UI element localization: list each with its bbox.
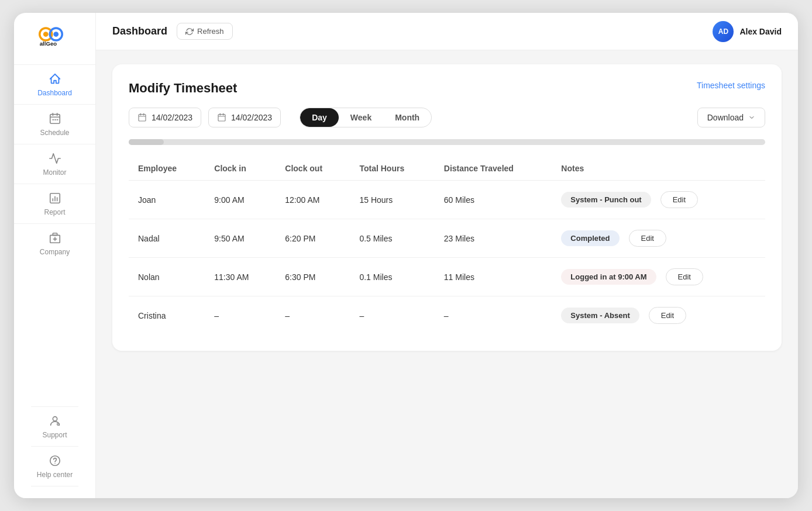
page-body: Modify Timesheet Timesheet settings 14/0… <box>96 50 798 498</box>
user-name: Alex David <box>739 27 782 36</box>
page-header: Modify Timesheet Timesheet settings <box>129 81 765 96</box>
cell-clock-in-0: 9:00 AM <box>205 181 276 219</box>
sidebar-item-schedule[interactable]: Schedule <box>14 104 95 144</box>
cell-clock-out-2: 6:30 PM <box>276 258 350 296</box>
svg-point-20 <box>53 417 57 421</box>
user-avatar: AD <box>713 21 734 42</box>
sidebar-item-schedule-label: Schedule <box>40 129 69 137</box>
cell-total-hours-1: 0.5 Miles <box>350 219 434 258</box>
svg-text:allGeo: allGeo <box>39 40 57 47</box>
sidebar-item-monitor[interactable]: Monitor <box>14 144 95 184</box>
svg-point-1 <box>43 32 48 37</box>
calendar-from-icon <box>137 113 147 122</box>
sidebar-item-dashboard[interactable]: Dashboard <box>14 64 95 104</box>
cell-distance-0: 60 Miles <box>435 181 552 219</box>
scroll-track <box>129 139 765 145</box>
cell-clock-out-0: 12:00 AM <box>276 181 350 219</box>
svg-point-23 <box>50 456 60 466</box>
refresh-button[interactable]: Refresh <box>177 23 233 40</box>
cell-employee-1: Nadal <box>129 219 205 258</box>
sidebar-bottom: Support Help center <box>31 406 78 486</box>
timesheet-table: Employee Clock in Clock out Total Hours … <box>129 157 765 334</box>
controls-row: 14/02/2023 14/02/2023 Day Week <box>129 108 765 127</box>
svg-rect-25 <box>139 115 146 121</box>
calendar-to-icon <box>217 113 226 122</box>
cell-clock-out-1: 6:20 PM <box>276 219 350 258</box>
schedule-icon <box>48 112 62 126</box>
table-row: Joan 9:00 AM 12:00 AM 15 Hours 60 Miles … <box>129 181 765 219</box>
table-row: Cristina – – – – System - Absent Edit <box>129 296 765 335</box>
svg-rect-5 <box>50 115 60 124</box>
col-total-hours: Total Hours <box>350 157 434 181</box>
user-initials: AD <box>718 27 728 36</box>
svg-rect-9 <box>52 119 54 120</box>
svg-rect-17 <box>53 233 57 236</box>
date-to-input[interactable]: 14/02/2023 <box>208 108 281 127</box>
period-month-button[interactable]: Month <box>383 108 431 127</box>
table-row: Nadal 9:50 AM 6:20 PM 0.5 Miles 23 Miles… <box>129 219 765 258</box>
period-toggle: Day Week Month <box>300 108 432 127</box>
support-icon <box>48 414 62 428</box>
edit-button-3[interactable]: Edit <box>649 307 686 324</box>
table-body: Joan 9:00 AM 12:00 AM 15 Hours 60 Miles … <box>129 181 765 335</box>
timesheet-settings-link[interactable]: Timesheet settings <box>697 81 765 90</box>
note-badge-0: System - Punch out <box>561 192 651 208</box>
help-icon <box>48 454 62 468</box>
logo: allGeo <box>29 25 81 50</box>
date-from-input[interactable]: 14/02/2023 <box>129 108 201 127</box>
page-card: Modify Timesheet Timesheet settings 14/0… <box>112 64 782 351</box>
cell-total-hours-3: – <box>350 296 434 335</box>
cell-notes-0: System - Punch out Edit <box>552 181 765 219</box>
home-icon <box>48 72 62 86</box>
cell-distance-1: 23 Miles <box>435 219 552 258</box>
cell-notes-3: System - Absent Edit <box>552 296 765 335</box>
cell-employee-2: Nolan <box>129 258 205 296</box>
user-badge: AD Alex David <box>713 21 782 42</box>
period-day-button[interactable]: Day <box>300 108 339 127</box>
sidebar-item-support-label: Support <box>42 431 67 439</box>
edit-button-2[interactable]: Edit <box>666 268 703 285</box>
cell-employee-3: Cristina <box>129 296 205 335</box>
cell-clock-in-3: – <box>205 296 276 335</box>
download-button[interactable]: Download <box>697 108 765 127</box>
logo-icon: allGeo <box>35 25 75 48</box>
sidebar-item-report[interactable]: Report <box>14 184 95 223</box>
sidebar-item-help[interactable]: Help center <box>31 446 78 486</box>
report-icon <box>48 191 62 205</box>
refresh-icon <box>185 27 194 36</box>
sidebar-item-company[interactable]: Company <box>14 223 95 263</box>
sidebar-item-monitor-label: Monitor <box>43 168 66 177</box>
cell-clock-in-2: 11:30 AM <box>205 258 276 296</box>
cell-notes-1: Completed Edit <box>552 219 765 258</box>
col-notes: Notes <box>552 157 765 181</box>
cell-distance-3: – <box>435 296 552 335</box>
date-to-value: 14/02/2023 <box>231 113 272 122</box>
edit-button-1[interactable]: Edit <box>629 230 666 247</box>
sidebar: allGeo Dashboard <box>14 13 96 498</box>
svg-point-3 <box>53 32 59 37</box>
sidebar-item-report-label: Report <box>44 208 65 216</box>
table-header: Employee Clock in Clock out Total Hours … <box>129 157 765 181</box>
page-title: Modify Timesheet <box>129 81 237 96</box>
svg-rect-10 <box>54 119 56 120</box>
note-badge-3: System - Absent <box>561 308 639 323</box>
cell-distance-2: 11 Miles <box>435 258 552 296</box>
svg-point-24 <box>54 463 55 464</box>
refresh-label: Refresh <box>197 27 224 36</box>
col-employee: Employee <box>129 157 205 181</box>
header: Dashboard Refresh AD Alex David <box>96 13 798 50</box>
period-week-button[interactable]: Week <box>339 108 383 127</box>
cell-clock-in-1: 9:50 AM <box>205 219 276 258</box>
notes-cell-0: System - Punch out Edit <box>561 191 756 208</box>
note-badge-2: Logged in at 9:00 AM <box>561 269 656 285</box>
cell-total-hours-2: 0.1 Miles <box>350 258 434 296</box>
main-content: Dashboard Refresh AD Alex David <box>96 13 798 498</box>
note-badge-1: Completed <box>561 230 619 246</box>
sidebar-item-support[interactable]: Support <box>31 406 78 446</box>
svg-point-21 <box>57 423 59 426</box>
table-row: Nolan 11:30 AM 6:30 PM 0.1 Miles 11 Mile… <box>129 258 765 296</box>
app-container: allGeo Dashboard <box>14 13 798 498</box>
notes-cell-2: Logged in at 9:00 AM Edit <box>561 268 756 285</box>
scroll-thumb <box>129 139 164 145</box>
edit-button-0[interactable]: Edit <box>660 191 698 208</box>
